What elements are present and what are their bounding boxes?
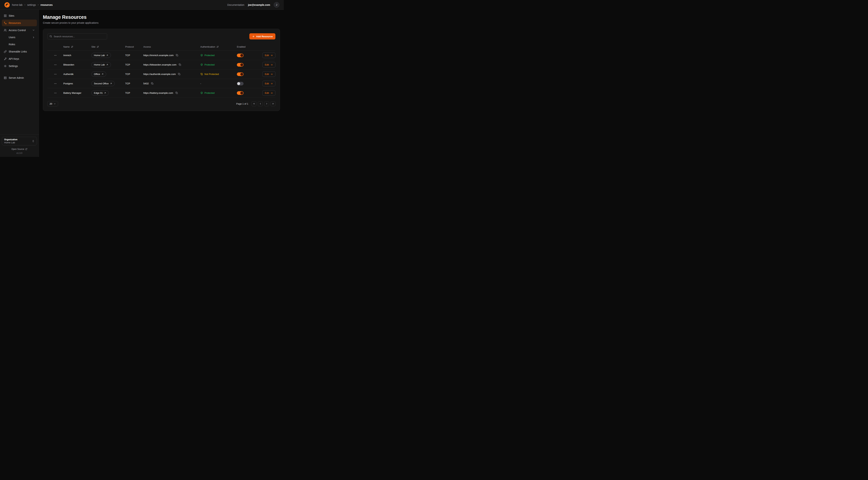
header-site[interactable]: Site — [91, 46, 125, 48]
site-link-button[interactable]: Second Office — [91, 81, 115, 86]
next-page-button[interactable] — [264, 101, 269, 106]
documentation-link[interactable]: Documentation — [227, 3, 244, 6]
toggle-knob — [240, 54, 243, 57]
sort-icon — [216, 46, 219, 48]
copy-button[interactable] — [178, 72, 181, 76]
resource-name-cell: Authentik — [63, 73, 91, 76]
sidebar-item-shareable-links[interactable]: Shareable Links — [2, 48, 37, 55]
resource-name: Postgres — [63, 82, 73, 85]
edit-cell: Edit — [261, 62, 275, 67]
enabled-toggle[interactable] — [237, 63, 244, 67]
search-input[interactable] — [48, 33, 107, 39]
sidebar-item-users[interactable]: Users — [2, 34, 37, 40]
auth-status-text: Protected — [205, 54, 215, 57]
protocol-value: TCP — [125, 73, 130, 76]
protocol-cell: TCP — [125, 73, 143, 76]
breadcrumb-settings[interactable]: settings — [27, 3, 36, 6]
sidebar-item-label: Resources — [9, 22, 21, 24]
header-name[interactable]: Name — [63, 46, 91, 48]
copy-button[interactable] — [175, 54, 179, 57]
last-page-button[interactable] — [271, 101, 275, 106]
sidebar-item-sites[interactable]: Sites — [2, 12, 37, 19]
version-label: v1.3.0 — [2, 152, 37, 154]
enabled-toggle[interactable] — [237, 72, 244, 76]
auth-status-text: Not Protected — [205, 73, 219, 76]
header-authentication-label: Authentication — [200, 46, 215, 48]
add-resource-label: Add Resource — [256, 35, 273, 38]
table-body: Immich Home Lab TCP https://immich.examp… — [48, 51, 275, 98]
enabled-toggle[interactable] — [237, 91, 244, 95]
row-actions-button[interactable] — [53, 91, 58, 95]
row-actions-button[interactable] — [53, 82, 58, 86]
sidebar-item-label: Shareable Links — [9, 50, 27, 53]
plus-icon — [252, 35, 255, 38]
enabled-cell — [237, 82, 261, 85]
edit-label: Edit — [265, 73, 269, 76]
organization-selector[interactable]: Organization Home Lab — [2, 137, 37, 145]
arrow-up-right-icon — [104, 92, 106, 94]
row-actions-button[interactable] — [53, 53, 58, 58]
first-page-button[interactable] — [251, 101, 256, 106]
shield-off-icon — [200, 73, 203, 76]
sort-icon — [71, 46, 73, 48]
prev-page-button[interactable] — [258, 101, 263, 106]
edit-button[interactable]: Edit — [262, 62, 275, 67]
page-subtitle: Create secure proxies to your private ap… — [43, 21, 280, 24]
enabled-toggle[interactable] — [237, 82, 244, 85]
header-access-label: Access — [143, 46, 151, 48]
edit-label: Edit — [265, 92, 269, 94]
sidebar-item-access-control[interactable]: Access Control — [2, 27, 37, 33]
sidebar-item-label: Roles — [9, 43, 15, 46]
sidebar-item-roles[interactable]: Roles — [2, 41, 37, 48]
card-footer: 20 Page 1 of 1 — [48, 101, 275, 107]
open-source-link[interactable]: Open Source — [2, 148, 37, 150]
main-content: Manage Resources Create secure proxies t… — [39, 10, 284, 157]
auth-status-badge: Not Protected — [200, 73, 219, 76]
edit-button[interactable]: Edit — [262, 81, 275, 86]
edit-button[interactable]: Edit — [262, 90, 275, 96]
enabled-cell — [237, 91, 261, 95]
header-site-label: Site — [91, 46, 95, 48]
add-resource-button[interactable]: Add Resource — [249, 33, 275, 39]
page-size-select[interactable]: 20 — [48, 101, 58, 107]
copy-button[interactable] — [151, 82, 154, 85]
user-email[interactable]: joe@example.com — [248, 3, 270, 6]
key-icon — [4, 57, 7, 60]
breadcrumb-home-lab[interactable]: home-lab — [12, 3, 23, 6]
sidebar-item-resources[interactable]: Resources — [2, 20, 37, 26]
edit-button[interactable]: Edit — [262, 53, 275, 58]
auth-status-text: Protected — [205, 92, 215, 94]
app-window: home-lab > settings > resources Document… — [0, 0, 284, 157]
sidebar-item-server-admin[interactable]: Server Admin — [2, 74, 37, 81]
authentication-cell: Protected — [200, 54, 237, 57]
sidebar-item-settings[interactable]: Settings — [2, 63, 37, 69]
shield-check-icon — [200, 63, 203, 66]
shield-check-icon — [200, 54, 203, 57]
sidebar-item-api-keys[interactable]: API Keys — [2, 55, 37, 62]
edit-button[interactable]: Edit — [262, 71, 275, 77]
row-actions-button[interactable] — [53, 63, 58, 67]
enabled-toggle[interactable] — [237, 54, 244, 57]
copy-button[interactable] — [175, 91, 178, 95]
resources-icon — [4, 22, 7, 24]
site-cell: Home Lab — [91, 53, 125, 58]
copy-button[interactable] — [178, 63, 182, 66]
protocol-value: TCP — [125, 92, 130, 94]
site-link-button[interactable]: Home Lab — [91, 53, 111, 58]
app-logo-icon — [4, 2, 10, 8]
header-authentication[interactable]: Authentication — [200, 46, 237, 48]
site-link-button[interactable]: Office — [91, 71, 106, 77]
enabled-cell — [237, 72, 261, 76]
chevron-left-icon — [259, 102, 262, 105]
site-link-button[interactable]: Edge 01 — [91, 90, 109, 96]
avatar[interactable]: J — [274, 2, 279, 8]
site-link-button[interactable]: Home Lab — [91, 62, 111, 67]
protocol-cell: TCP — [125, 82, 143, 85]
breadcrumb-resources: resources — [40, 3, 53, 6]
row-actions-button[interactable] — [53, 72, 58, 77]
access-cell: https://authentik.example.com — [143, 72, 200, 76]
sidebar-item-label: API Keys — [9, 57, 19, 60]
toggle-knob — [240, 73, 243, 76]
row-actions-cell — [48, 53, 63, 58]
edit-label: Edit — [265, 82, 269, 85]
